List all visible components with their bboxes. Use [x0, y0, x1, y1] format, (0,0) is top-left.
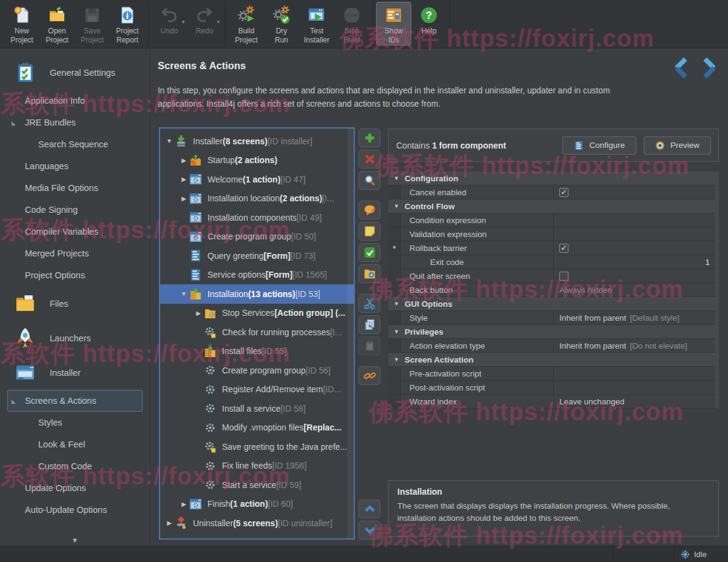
tree-row[interactable]: ▶Finish (1 action) [ID 60]	[160, 495, 354, 514]
property-value[interactable]: Inherit from parent[Default style]	[554, 311, 715, 324]
tree-row[interactable]: Install files [ID 55]	[160, 342, 354, 361]
section-expander-open-icon[interactable]: ▼	[394, 301, 399, 307]
tree-row[interactable]: Save greeting to the Java prefe...	[160, 437, 354, 457]
property-value[interactable]: ✓	[554, 186, 715, 199]
next-step-button[interactable]	[698, 56, 722, 80]
sidebar-item-look-feel[interactable]: Look & Feel	[7, 433, 143, 455]
configure-button[interactable]: Configure	[562, 136, 636, 155]
expander-open-icon[interactable]: ▼	[178, 290, 189, 297]
copy-button[interactable]	[359, 315, 380, 334]
move-up-button[interactable]	[359, 500, 380, 518]
sidebar-item-application-info[interactable]: Application Info	[7, 90, 143, 112]
section-expander-open-icon[interactable]: ▼	[394, 356, 399, 363]
tree-row[interactable]: ▶Stop Services [Action group] (...	[160, 304, 354, 323]
property-section-header[interactable]: ▼Privileges	[388, 325, 715, 339]
sidebar-item-files[interactable]: Files	[7, 286, 143, 321]
sidebar-scroll-more-icon[interactable]: ▼	[0, 537, 150, 544]
collapse-arrow-icon[interactable]	[12, 400, 16, 404]
tree-row[interactable]: ▶Startup (2 actions)	[160, 151, 354, 170]
sidebar-item-languages[interactable]: Languages	[7, 155, 143, 177]
expander-closed-icon[interactable]: ▶	[193, 310, 204, 316]
tree-row[interactable]: ▶Uninstaller (5 screens) [ID uninstaller…	[160, 513, 354, 533]
expander-closed-icon[interactable]: ▶	[178, 157, 189, 164]
new-project-button[interactable]: New Project	[4, 2, 39, 45]
tree-row[interactable]: Register Add/Remove item [ID...	[160, 380, 354, 400]
sidebar-item-project-options[interactable]: Project Options	[7, 264, 143, 286]
tree-row[interactable]: Check for running processes [I...	[160, 323, 354, 342]
note-button[interactable]	[359, 222, 380, 241]
property-section-header[interactable]: ▼GUI Options	[388, 297, 715, 311]
expander-open-icon[interactable]: ▼	[164, 138, 175, 144]
sidebar-item-compiler-variables[interactable]: Compiler Variables	[7, 221, 143, 243]
tree-row[interactable]: Fix line feeds [ID 1956]	[160, 457, 354, 476]
tree-scrollbar[interactable]	[347, 129, 354, 538]
move-down-button[interactable]	[359, 521, 380, 540]
tree-row[interactable]: Modify .vmoption files [Replac...	[160, 418, 354, 438]
tree-row[interactable]: ▶Welcome (1 action) [ID 47]	[160, 170, 354, 189]
open-project-button[interactable]: Open Project	[39, 2, 75, 45]
sidebar-item-jre-bundles[interactable]: JRE Bundles	[7, 112, 143, 133]
test-installer-button[interactable]: Test Installer	[299, 2, 334, 45]
expander-closed-icon[interactable]: ▶	[178, 195, 189, 202]
find-button[interactable]	[359, 171, 380, 190]
sidebar-item-launchers[interactable]: Launchers	[7, 321, 143, 355]
expander-closed-icon[interactable]: ▶	[178, 176, 189, 182]
sidebar-item-merged-projects[interactable]: Merged Projects	[7, 243, 143, 264]
sidebar-item-auto-update-options[interactable]: Auto-Update Options	[7, 499, 143, 521]
previous-step-button[interactable]	[669, 56, 693, 80]
sidebar-item-code-signing[interactable]: Code Signing	[7, 199, 143, 221]
dropdown-arrow-icon[interactable]: ▼	[181, 19, 186, 25]
delete-button[interactable]	[359, 150, 380, 169]
build-project-button[interactable]: Build Project	[229, 2, 264, 45]
tree-row[interactable]: ▼Installer (8 screens) [ID installer]	[160, 132, 354, 151]
sidebar-item-general-settings[interactable]: General Settings	[7, 55, 143, 90]
tree-row[interactable]: Install a service [ID 58]	[160, 399, 354, 418]
tree-row[interactable]: Start a service [ID 59]	[160, 475, 354, 495]
cut-button[interactable]	[359, 294, 380, 313]
collapse-arrow-icon[interactable]	[12, 121, 16, 125]
property-section-header[interactable]: ▼Screen Activation	[388, 353, 715, 367]
project-report-button[interactable]: Project Report	[110, 2, 145, 45]
property-value[interactable]: ✓	[554, 241, 715, 255]
property-value[interactable]: 1	[554, 255, 715, 269]
sidebar-item-custom-code[interactable]: Custom Code	[7, 455, 143, 477]
expander-closed-icon[interactable]: ▶	[164, 520, 175, 526]
help-button[interactable]: ?Help	[411, 2, 447, 45]
property-value[interactable]	[554, 381, 715, 394]
dry-run-button[interactable]: Dry Run	[264, 2, 299, 45]
add-button[interactable]	[359, 129, 380, 147]
sidebar-item-styles[interactable]: Styles	[7, 412, 143, 433]
dropdown-arrow-icon[interactable]: ▼	[216, 19, 221, 25]
checkbox-checked-icon[interactable]: ✓	[559, 188, 568, 197]
comment-button[interactable]	[359, 201, 380, 219]
sidebar-item-installer[interactable]: Installer	[7, 355, 143, 390]
tree-row[interactable]: ▼Installation (13 actions) [ID 53]	[160, 284, 354, 304]
property-value[interactable]	[554, 227, 715, 241]
tree-row[interactable]: Create program group [ID 50]	[160, 227, 354, 247]
property-value[interactable]	[554, 269, 715, 283]
preview-button[interactable]: Preview	[644, 136, 711, 155]
section-expander-open-icon[interactable]: ▼	[394, 203, 399, 209]
checkbox-unchecked-icon[interactable]	[559, 272, 568, 281]
tree-row[interactable]: ▶Installation location (2 actions) [I...	[160, 189, 354, 209]
tree-row[interactable]: Create program group [ID 56]	[160, 361, 354, 380]
section-expander-open-icon[interactable]: ▼	[394, 175, 399, 181]
tree-row[interactable]: Service options [Form] [ID 1565]	[160, 266, 354, 285]
sidebar-item-search-sequence[interactable]: Search Sequence	[7, 133, 143, 155]
tree-row[interactable]: Query greeting [Form] [ID 73]	[160, 246, 354, 266]
sidebar-item-screens-actions[interactable]: Screens & Actions	[7, 390, 143, 412]
expander-closed-icon[interactable]: ▶	[178, 501, 189, 507]
validate-button[interactable]	[359, 243, 380, 262]
sidebar-item-update-options[interactable]: Update Options	[7, 477, 143, 499]
sidebar-item-media-file-options[interactable]: Media File Options	[7, 177, 143, 199]
property-value[interactable]: Always hidden	[554, 283, 715, 296]
checkbox-checked-icon[interactable]: ✓	[559, 244, 568, 253]
link-button[interactable]	[359, 366, 380, 385]
show-ids-button[interactable]: Show IDs	[376, 2, 411, 45]
property-value[interactable]	[554, 213, 715, 227]
tree-row[interactable]: Installation components [ID 49]	[160, 208, 354, 227]
section-expander-open-icon[interactable]: ▼	[394, 329, 399, 335]
property-value[interactable]: Inherit from parent[Do not elevate]	[554, 339, 715, 352]
property-section-header[interactable]: ▼Configuration	[388, 172, 715, 186]
property-value[interactable]: Leave unchanged	[554, 395, 715, 408]
